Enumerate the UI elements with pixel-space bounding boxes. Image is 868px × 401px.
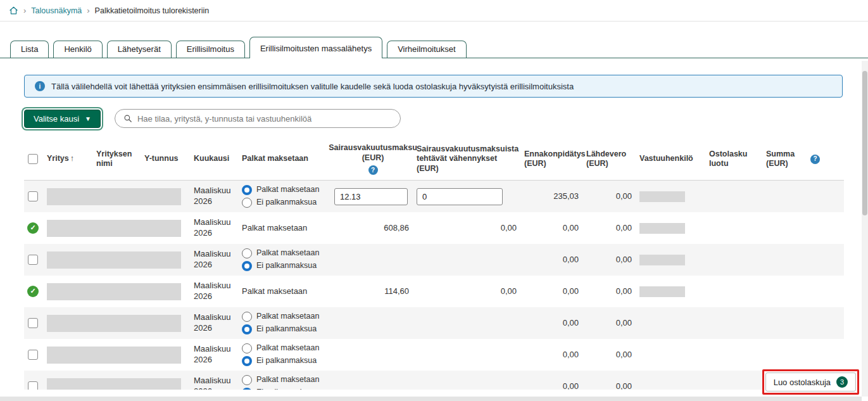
- count-badge: 3: [836, 376, 848, 388]
- breadcrumb-item[interactable]: Talousnäkymä: [31, 6, 82, 15]
- radio-palkat-maksetaan[interactable]: Palkat maksetaan: [242, 185, 329, 195]
- lahdevero-value: 0,00: [586, 223, 639, 233]
- redacted-company-info: [47, 378, 181, 390]
- ennakonpidatys-value: 0,00: [524, 255, 586, 265]
- pay-mode-label: Palkat maksetaan: [242, 286, 307, 296]
- radio-icon[interactable]: [242, 261, 252, 271]
- table-row: Maaliskuu 2026Palkat maksetaanEi palkanm…: [24, 307, 844, 339]
- tab-virheilmoitukset[interactable]: Virheilmoitukset: [387, 41, 467, 58]
- radio-icon[interactable]: [242, 343, 252, 353]
- create-invoices-label: Luo ostolaskuja: [774, 378, 831, 387]
- radio-icon[interactable]: [242, 356, 252, 366]
- radio-label: Palkat maksetaan: [256, 248, 319, 258]
- radio-ei-palkanmaksua[interactable]: Ei palkanmaksua: [242, 261, 329, 271]
- sairausvakuutusmaksu-value: 608,86: [334, 223, 417, 233]
- lahdevero-value: 0,00: [586, 191, 639, 201]
- radio-icon[interactable]: [242, 185, 252, 195]
- search-input[interactable]: [137, 114, 392, 124]
- lahdevero-value: 0,00: [586, 381, 639, 390]
- redacted-company-info: [47, 315, 181, 332]
- sairausvakuutusmaksu-input[interactable]: [334, 188, 408, 205]
- home-icon[interactable]: [9, 6, 18, 15]
- tab-lähetyserät[interactable]: Lähetyserät: [107, 41, 172, 58]
- vertical-scrollbar[interactable]: [862, 61, 868, 397]
- approved-check-icon: ✓: [27, 286, 39, 297]
- table-row: ✓Maaliskuu 2026Palkat maksetaan608,860,0…: [24, 212, 844, 244]
- annotation-highlight: Luo ostolaskuja 3: [762, 369, 859, 395]
- radio-palkat-maksetaan[interactable]: Palkat maksetaan: [242, 248, 329, 258]
- create-invoices-button[interactable]: Luo ostolaskuja 3: [765, 372, 856, 391]
- help-icon[interactable]: ?: [810, 155, 820, 164]
- radio-palkat-maksetaan[interactable]: Palkat maksetaan: [242, 312, 329, 322]
- search-box[interactable]: [115, 109, 401, 128]
- lahdevero-value: 0,00: [586, 350, 639, 360]
- row-checkbox[interactable]: [28, 318, 38, 328]
- row-checkbox[interactable]: [28, 255, 38, 265]
- col-sairausvakuutusmaksu: Sairausvakuutusmaksu (EUR) ?: [334, 143, 417, 175]
- table-header: Yritys↑ Yrityksen nimi Y-tunnus Kuukausi…: [24, 137, 844, 181]
- table-row: ✓Maaliskuu 2026Palkat maksetaan114,600,0…: [24, 276, 844, 307]
- pay-mode-radio-group: Palkat maksetaanEi palkanmaksua: [242, 185, 329, 208]
- radio-icon[interactable]: [242, 312, 252, 322]
- chevron-right-icon: ›: [23, 6, 26, 15]
- pay-mode-radio-group: Palkat maksetaanEi palkanmaksua: [242, 343, 329, 366]
- col-ostolasku-luotu: Ostolasku luotu: [709, 150, 766, 169]
- info-banner: i Tällä välilehdellä voit lähettää yrity…: [24, 75, 843, 98]
- table-row: Maaliskuu 2026Palkat maksetaanEi palkanm…: [24, 371, 844, 390]
- tab-lista[interactable]: Lista: [10, 41, 49, 58]
- vahennykset-input[interactable]: [417, 188, 503, 205]
- radio-ei-palkanmaksua[interactable]: Ei palkanmaksua: [242, 198, 329, 208]
- radio-label: Ei palkanmaksua: [256, 261, 317, 271]
- radio-ei-palkanmaksua[interactable]: Ei palkanmaksua: [242, 356, 329, 366]
- info-icon: i: [35, 81, 45, 91]
- horizontal-scrollbar[interactable]: [0, 397, 862, 401]
- radio-ei-palkanmaksua[interactable]: Ei palkanmaksua: [242, 388, 329, 390]
- row-checkbox[interactable]: [28, 191, 38, 201]
- select-all-checkbox[interactable]: [28, 154, 38, 164]
- col-palkat-maksetaan: Palkat maksetaan: [242, 154, 334, 164]
- pay-mode-radio-group: Palkat maksetaanEi palkanmaksua: [242, 248, 329, 271]
- tab-henkilö[interactable]: Henkilö: [53, 41, 102, 58]
- radio-icon[interactable]: [242, 248, 252, 258]
- scrollbar-thumb[interactable]: [862, 71, 867, 215]
- month-cell: Maaliskuu 2026: [194, 281, 242, 302]
- redacted-responsible-person: [639, 286, 685, 297]
- radio-icon[interactable]: [242, 324, 252, 334]
- radio-icon[interactable]: [242, 198, 252, 208]
- radio-icon[interactable]: [242, 375, 252, 385]
- col-yritys[interactable]: Yritys↑: [47, 154, 96, 164]
- ennakonpidatys-value: 0,00: [524, 350, 586, 360]
- pay-mode-radio-group: Palkat maksetaanEi palkanmaksua: [242, 312, 329, 334]
- help-icon[interactable]: ?: [368, 165, 378, 175]
- col-vahennykset: Sairausvakuutusmaksuista tehtävät vähenn…: [417, 144, 524, 174]
- tab-erillisilmoitus[interactable]: Erillisilmoitus: [176, 41, 245, 58]
- sort-asc-icon: ↑: [70, 154, 74, 163]
- tab-bar: ListaHenkilöLähetyserätErillisilmoitusEr…: [0, 37, 868, 58]
- tab-erillisilmoitusten-massalähetys[interactable]: Erillisilmoitusten massalähetys: [249, 37, 382, 58]
- redacted-company-info: [47, 220, 181, 237]
- redacted-responsible-person: [639, 223, 685, 234]
- col-y-tunnus: Y-tunnus: [144, 154, 194, 164]
- radio-icon[interactable]: [242, 388, 252, 390]
- vahennykset-value: 0,00: [417, 286, 524, 296]
- row-checkbox[interactable]: [28, 381, 38, 390]
- chevron-down-icon: ▼: [85, 115, 91, 122]
- radio-label: Palkat maksetaan: [256, 312, 319, 322]
- radio-palkat-maksetaan[interactable]: Palkat maksetaan: [242, 375, 329, 385]
- month-cell: Maaliskuu 2026: [194, 312, 242, 334]
- month-cell: Maaliskuu 2026: [194, 186, 242, 207]
- month-cell: Maaliskuu 2026: [194, 344, 242, 366]
- select-period-label: Valitse kausi: [34, 114, 79, 124]
- search-icon: [123, 114, 132, 123]
- approved-check-icon: ✓: [27, 222, 39, 234]
- radio-label: Palkat maksetaan: [256, 375, 319, 385]
- select-period-button[interactable]: Valitse kausi ▼: [24, 110, 101, 128]
- radio-ei-palkanmaksua[interactable]: Ei palkanmaksua: [242, 324, 329, 334]
- radio-label: Palkat maksetaan: [256, 343, 319, 353]
- radio-palkat-maksetaan[interactable]: Palkat maksetaan: [242, 343, 329, 353]
- lahdevero-value: 0,00: [586, 318, 639, 328]
- row-checkbox[interactable]: [28, 350, 38, 360]
- table-row: Maaliskuu 2026Palkat maksetaanEi palkanm…: [24, 181, 844, 212]
- month-cell: Maaliskuu 2026: [194, 376, 242, 390]
- toolbar: Valitse kausi ▼: [24, 109, 844, 128]
